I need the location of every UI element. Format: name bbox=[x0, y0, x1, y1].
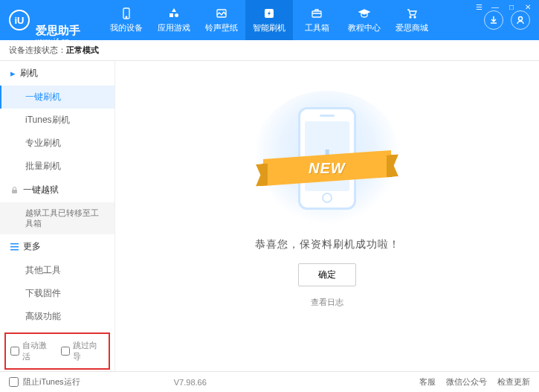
ok-button[interactable]: 确定 bbox=[298, 263, 356, 286]
app-name: 爱思助手 bbox=[36, 0, 80, 37]
footer-link-update[interactable]: 检查更新 bbox=[497, 376, 530, 388]
title-bar: ☰ — □ ✕ iU 爱思助手 www.i4.cn 我的设备 应用游戏 铃声壁纸… bbox=[0, 0, 539, 40]
svg-rect-10 bbox=[12, 190, 17, 193]
success-message: 恭喜您，保资料刷机成功啦！ bbox=[255, 238, 400, 251]
sidebar: ▸ 刷机 一键刷机 iTunes刷机 专业刷机 批量刷机 一键越狱 越狱工具已转… bbox=[0, 61, 115, 371]
status-bar: 设备连接状态： 正常模式 bbox=[0, 40, 539, 61]
sidebar-group-more[interactable]: 更多 bbox=[0, 234, 114, 259]
sidebar-item-pro-flash[interactable]: 专业刷机 bbox=[0, 132, 114, 155]
sidebar-group-jailbreak[interactable]: 一键越狱 bbox=[0, 178, 114, 202]
tab-apps-games[interactable]: 应用游戏 bbox=[150, 0, 198, 40]
app-logo: iU 爱思助手 www.i4.cn bbox=[9, 0, 80, 45]
block-itunes-checkbox[interactable]: 阻止iTunes运行 bbox=[9, 376, 80, 388]
main-panel: ⬇ NEW 恭喜您，保资料刷机成功啦！ 确定 查看日志 bbox=[115, 61, 539, 371]
success-illustration: ⬇ NEW bbox=[253, 91, 401, 225]
user-button[interactable] bbox=[511, 10, 530, 30]
more-icon bbox=[10, 242, 19, 251]
tab-store[interactable]: 爱思商城 bbox=[388, 0, 436, 40]
flash-icon bbox=[262, 7, 276, 20]
sidebar-group-flash[interactable]: ▸ 刷机 bbox=[0, 61, 114, 86]
status-label: 设备连接状态： bbox=[9, 45, 66, 56]
sidebar-item-itunes-flash[interactable]: iTunes刷机 bbox=[0, 109, 114, 132]
sidebar-item-onekey-flash[interactable]: 一键刷机 bbox=[0, 86, 114, 109]
sidebar-options-box: 自动激活 跳过向导 bbox=[4, 332, 110, 370]
maximize-icon[interactable]: □ bbox=[506, 3, 517, 11]
footer-link-wechat[interactable]: 微信公众号 bbox=[446, 376, 487, 388]
skip-guide-checkbox[interactable]: 跳过向导 bbox=[61, 340, 104, 362]
tab-toolbox[interactable]: 工具箱 bbox=[293, 0, 340, 40]
svg-rect-13 bbox=[10, 249, 19, 251]
sidebar-item-batch-flash[interactable]: 批量刷机 bbox=[0, 155, 114, 178]
sidebar-jailbreak-note: 越狱工具已转移至工具箱 bbox=[0, 202, 114, 234]
window-controls: ☰ — □ ✕ bbox=[474, 3, 533, 11]
auto-activate-checkbox[interactable]: 自动激活 bbox=[10, 340, 54, 362]
phone-icon bbox=[120, 7, 133, 20]
footer-bar: 阻止iTunes运行 V7.98.66 客服 微信公众号 检查更新 bbox=[0, 371, 539, 392]
graduation-icon bbox=[358, 7, 371, 20]
svg-rect-6 bbox=[312, 11, 321, 17]
top-nav: 我的设备 应用游戏 铃声壁纸 智能刷机 工具箱 教程中心 爱思商城 bbox=[103, 0, 436, 40]
expand-icon: ▸ bbox=[10, 68, 16, 79]
toolbox-icon bbox=[310, 7, 323, 20]
lock-icon bbox=[10, 186, 19, 194]
cart-icon bbox=[405, 7, 419, 20]
view-log-link[interactable]: 查看日志 bbox=[311, 297, 343, 308]
status-value: 正常模式 bbox=[66, 45, 99, 56]
footer-link-support[interactable]: 客服 bbox=[419, 376, 436, 388]
menu-icon[interactable]: ☰ bbox=[474, 3, 484, 11]
image-icon bbox=[215, 7, 228, 20]
version-label: V7.98.66 bbox=[174, 378, 207, 387]
sidebar-item-other-tools[interactable]: 其他工具 bbox=[0, 259, 114, 282]
minimize-icon[interactable]: — bbox=[490, 3, 500, 11]
apps-icon bbox=[167, 7, 181, 20]
tab-my-device[interactable]: 我的设备 bbox=[103, 0, 150, 40]
svg-rect-12 bbox=[10, 246, 19, 248]
svg-rect-11 bbox=[10, 243, 19, 245]
svg-point-8 bbox=[414, 16, 416, 18]
tab-tutorials[interactable]: 教程中心 bbox=[340, 0, 388, 40]
close-icon[interactable]: ✕ bbox=[523, 3, 533, 11]
svg-point-1 bbox=[126, 16, 127, 18]
tab-smart-flash[interactable]: 智能刷机 bbox=[245, 0, 293, 40]
sidebar-item-advanced[interactable]: 高级功能 bbox=[0, 305, 114, 328]
svg-point-9 bbox=[519, 17, 523, 21]
app-url: www.i4.cn bbox=[36, 37, 80, 45]
tab-ringtone-wallpaper[interactable]: 铃声壁纸 bbox=[198, 0, 245, 40]
svg-point-7 bbox=[410, 16, 411, 18]
logo-icon: iU bbox=[9, 10, 30, 30]
download-button[interactable] bbox=[484, 10, 503, 30]
svg-point-3 bbox=[175, 13, 178, 17]
sidebar-item-download-firmware[interactable]: 下载固件 bbox=[0, 282, 114, 305]
svg-rect-2 bbox=[170, 13, 173, 17]
